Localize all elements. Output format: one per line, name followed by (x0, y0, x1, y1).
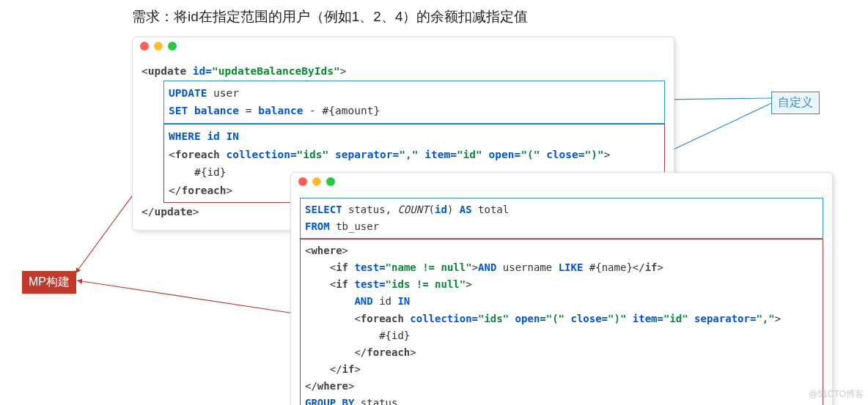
sql-set-block: UPDATE user SET balance = balance - #{am… (163, 81, 665, 124)
sql-where-block: <where> <if test="name != null">AND user… (300, 239, 823, 405)
close-icon (140, 42, 149, 51)
callout-mp: MP构建 (22, 271, 76, 294)
maximize-icon (326, 177, 335, 186)
watermark: @51CTO博客 (809, 388, 864, 401)
code-body: SELECT status, COUNT(id) AS total FROM t… (291, 190, 832, 405)
requirement-title: 需求：将id在指定范围的用户（例如1、2、4）的余额扣减指定值 (132, 7, 529, 26)
maximize-icon (168, 42, 177, 51)
minimize-icon (312, 177, 321, 186)
sql-select-block: SELECT status, COUNT(id) AS total FROM t… (300, 198, 823, 239)
window-titlebar (133, 37, 674, 55)
close-icon (298, 177, 307, 186)
code-tag-open: <<update update id="updateBalanceByIds"> (141, 65, 346, 77)
callout-custom: 自定义 (771, 92, 820, 114)
window-titlebar (291, 173, 832, 190)
code-window-select: SELECT status, COUNT(id) AS total FROM t… (290, 172, 833, 405)
minimize-icon (154, 42, 163, 51)
svg-line-3 (77, 280, 304, 315)
